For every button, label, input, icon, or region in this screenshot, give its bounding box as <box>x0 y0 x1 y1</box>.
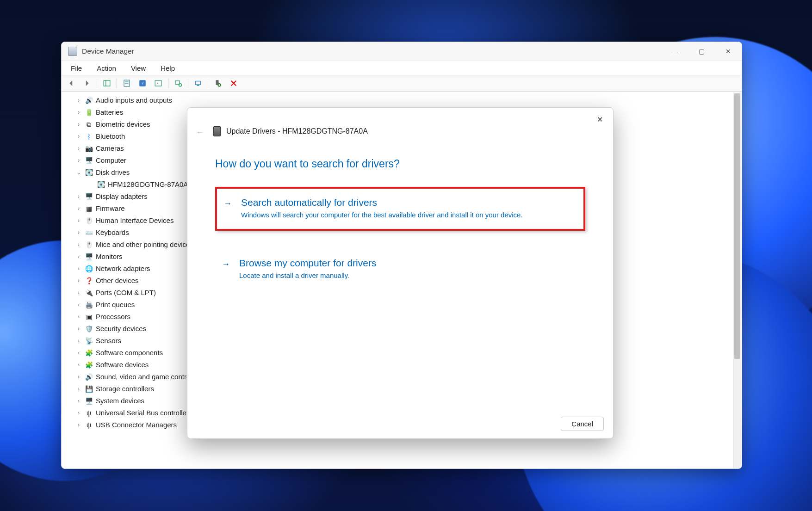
chevron-right-icon[interactable]: › <box>75 106 82 118</box>
update-drivers-dialog: ✕ ← Update Drivers - HFM128GDGTNG-87A0A … <box>187 107 614 439</box>
device-category-icon: 🖥️ <box>85 252 93 261</box>
chevron-right-icon[interactable]: › <box>75 239 82 251</box>
option-description: Windows will search your computer for th… <box>241 211 528 219</box>
chevron-right-icon[interactable]: › <box>75 407 82 419</box>
tree-node-label: Keyboards <box>96 227 129 239</box>
help-icon[interactable]: ? <box>136 77 149 89</box>
chevron-right-icon[interactable]: › <box>75 419 82 431</box>
tree-node-label: Processors <box>96 311 130 323</box>
svg-rect-0 <box>104 80 110 86</box>
chevron-right-icon[interactable]: › <box>75 347 82 359</box>
chevron-right-icon[interactable]: › <box>75 215 82 227</box>
chevron-right-icon[interactable]: › <box>75 323 82 335</box>
dialog-body: How do you want to search for drivers? →… <box>187 158 613 289</box>
device-category-icon: 🖱️ <box>85 240 93 249</box>
device-category-icon: 🖥️ <box>85 192 93 201</box>
chevron-right-icon[interactable]: › <box>75 299 82 311</box>
properties-icon[interactable] <box>120 77 134 89</box>
device-category-icon: 🛡️ <box>85 325 93 333</box>
tree-pane-icon[interactable] <box>100 77 114 89</box>
chevron-right-icon[interactable]: › <box>75 94 82 106</box>
update-driver-icon[interactable] <box>191 77 205 89</box>
chevron-right-icon[interactable]: › <box>75 130 82 142</box>
menu-view[interactable]: View <box>128 63 149 73</box>
dialog-footer: Cancel <box>561 417 604 431</box>
device-category-icon: ▣ <box>85 313 93 321</box>
chevron-right-icon[interactable]: › <box>75 275 82 287</box>
svg-text:?: ? <box>142 81 144 86</box>
maximize-button[interactable]: ▢ <box>688 42 715 61</box>
option-title: Search automatically for drivers <box>241 197 573 208</box>
tree-node-label: Computer <box>96 154 126 166</box>
chevron-right-icon[interactable]: › <box>75 395 82 407</box>
device-icon: 💽 <box>97 180 105 189</box>
tree-node-label: Display adapters <box>96 191 148 203</box>
device-category-icon: 📷 <box>85 144 93 153</box>
chevron-right-icon[interactable]: › <box>75 154 82 166</box>
svg-point-9 <box>179 84 182 86</box>
tree-node[interactable]: ›🔊Audio inputs and outputs <box>74 94 742 106</box>
scrollbar-thumb[interactable] <box>734 93 740 359</box>
disk-icon <box>213 126 221 136</box>
chevron-right-icon[interactable]: › <box>75 142 82 154</box>
dialog-title: Update Drivers - HFM128GDGTNG-87A0A <box>213 126 368 136</box>
vertical-scrollbar[interactable] <box>733 92 741 469</box>
device-category-icon: 💽 <box>85 168 93 177</box>
minimize-button[interactable]: — <box>661 42 688 61</box>
device-category-icon: 🔊 <box>85 96 93 105</box>
tree-node-label: Ports (COM & LPT) <box>96 287 156 299</box>
titlebar[interactable]: Device Manager — ▢ ✕ <box>62 42 742 61</box>
chevron-right-icon[interactable]: › <box>75 227 82 239</box>
disable-icon[interactable] <box>227 77 241 89</box>
cancel-button[interactable]: Cancel <box>561 417 604 431</box>
tree-node-label: USB Connector Managers <box>96 419 177 431</box>
device-category-icon: 🌐 <box>85 265 93 273</box>
chevron-right-icon[interactable]: › <box>75 383 82 395</box>
tree-node-label: Disk drives <box>96 166 130 179</box>
tree-node-label: Firmware <box>96 203 125 215</box>
chevron-right-icon[interactable]: › <box>75 203 82 215</box>
chevron-down-icon[interactable]: ⌄ <box>75 166 82 179</box>
tree-node-label: Cameras <box>96 142 124 154</box>
dialog-close-button[interactable]: ✕ <box>593 112 607 126</box>
chevron-right-icon[interactable]: › <box>75 359 82 371</box>
chevron-right-icon[interactable]: › <box>75 311 82 323</box>
tree-node-label: Network adapters <box>96 263 150 275</box>
tree-leaf-label: HFM128GDGTNG-87A0A <box>108 179 188 191</box>
back-icon[interactable] <box>64 77 78 89</box>
menu-action[interactable]: Action <box>94 63 119 73</box>
forward-icon[interactable] <box>80 77 94 89</box>
arrow-right-icon: → <box>222 259 230 269</box>
device-category-icon: 🖥️ <box>85 156 93 165</box>
chevron-right-icon[interactable]: › <box>75 263 82 275</box>
close-button[interactable]: ✕ <box>715 42 742 61</box>
chevron-right-icon[interactable]: › <box>75 287 82 299</box>
device-category-icon: 🔊 <box>85 373 93 381</box>
chevron-right-icon[interactable]: › <box>75 371 82 383</box>
menu-file[interactable]: File <box>68 63 85 73</box>
chevron-right-icon[interactable]: › <box>75 335 82 347</box>
dialog-back-button[interactable]: ← <box>194 126 206 138</box>
svg-rect-8 <box>175 81 180 85</box>
tree-node-label: System devices <box>96 395 144 407</box>
app-icon <box>68 47 77 56</box>
chevron-right-icon[interactable]: › <box>75 118 82 130</box>
dialog-title-text: Update Drivers - HFM128GDGTNG-87A0A <box>226 127 368 135</box>
chevron-right-icon[interactable]: › <box>75 251 82 263</box>
toolbar-separator <box>208 78 208 88</box>
chevron-right-icon[interactable]: › <box>75 191 82 203</box>
option-search-automatically[interactable]: → Search automatically for drivers Windo… <box>215 187 585 231</box>
device-category-icon: 🔋 <box>85 108 93 117</box>
scan-hardware-icon[interactable] <box>171 77 185 89</box>
menu-help[interactable]: Help <box>158 63 178 73</box>
tree-node-label: Software devices <box>96 359 149 371</box>
tree-node-label: Print queues <box>96 299 135 311</box>
option-browse-computer[interactable]: → Browse my computer for drivers Locate … <box>215 249 585 289</box>
uninstall-icon[interactable] <box>211 77 225 89</box>
menubar: File Action View Help <box>62 61 742 75</box>
device-category-icon: ▦ <box>85 204 93 213</box>
show-hidden-icon[interactable] <box>151 77 165 89</box>
window-title: Device Manager <box>82 47 134 55</box>
tree-node-label: Sensors <box>96 335 121 347</box>
option-description: Locate and install a driver manually. <box>239 271 526 279</box>
